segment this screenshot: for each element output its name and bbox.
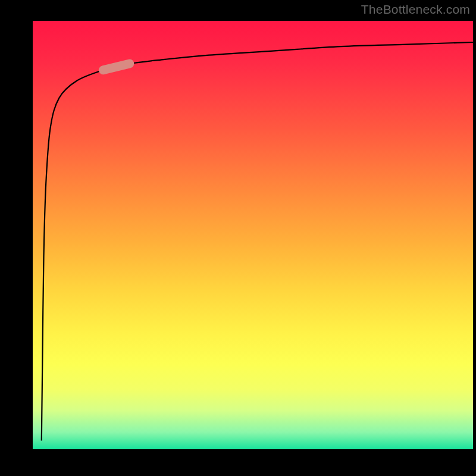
- chart-curve: [42, 42, 473, 441]
- chart-curve-layer: [33, 21, 473, 449]
- watermark-text: TheBottleneck.com: [361, 2, 470, 17]
- chart-highlight-segment: [103, 64, 129, 70]
